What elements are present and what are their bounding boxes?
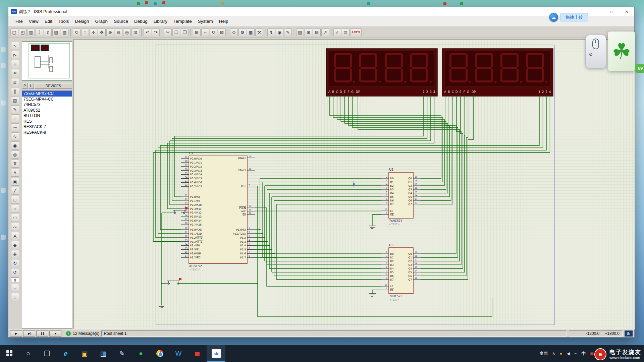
paste-icon[interactable]: ❐: [181, 28, 189, 36]
toggle-grid-icon[interactable]: ∷: [81, 28, 89, 36]
device-pin-mode-icon[interactable]: ⊸: [11, 123, 19, 131]
volume-icon[interactable]: ◀: [567, 351, 570, 356]
taskbar-start-icon[interactable]: [0, 345, 19, 362]
2d-line-mode-icon[interactable]: ╱: [11, 187, 19, 195]
pick-device-icon[interactable]: ⊙: [230, 28, 238, 36]
sim-step-button[interactable]: ▶|: [23, 330, 35, 337]
menu-source[interactable]: Source: [111, 17, 131, 25]
wire-rst[interactable]: [255, 186, 258, 284]
wire-autorouter-icon[interactable]: ↯: [267, 28, 275, 36]
desktop-icon[interactable]: [137, 2, 140, 5]
pan-icon[interactable]: ✥: [98, 28, 106, 36]
instant-edit-mode-icon[interactable]: ✎: [11, 105, 19, 113]
drag-upload-button[interactable]: 拖拽上传: [560, 13, 588, 21]
rotate-clockwise-icon[interactable]: ↻: [11, 259, 19, 267]
toggle-origin-icon[interactable]: ✛: [90, 28, 97, 36]
ground-symbol[interactable]: [369, 226, 376, 229]
gear-icon[interactable]: ⚙: [589, 52, 593, 57]
chip-u1[interactable]: U1AT89C52<TEXT>39P0.0/AD038P0.1/AD137P0.…: [181, 151, 255, 271]
desktop-icon[interactable]: [145, 1, 148, 4]
virtual-instruments-mode-icon[interactable]: ▣: [11, 178, 19, 186]
tape-recorder-mode-icon[interactable]: ◉: [11, 141, 19, 149]
network-icon[interactable]: ⌁: [574, 351, 577, 356]
redo-icon[interactable]: ↷: [152, 28, 160, 36]
2d-marker-mode-icon[interactable]: ✚: [11, 250, 19, 258]
desktop-icon[interactable]: [1, 47, 6, 52]
accelerator-widget[interactable]: ⚙ ◦: [585, 35, 606, 68]
menu-edit[interactable]: Edit: [42, 17, 55, 25]
2d-path-mode-icon[interactable]: ∾: [11, 223, 19, 231]
seven-seg-display[interactable]: ABCDEFGDP1234: [442, 49, 553, 96]
wire[interactable]: [372, 290, 381, 294]
taskbar-chrome-icon[interactable]: [150, 345, 169, 362]
y-mirror-icon[interactable]: ↕: [11, 293, 19, 301]
voltage-probe-mode-icon[interactable]: ∇: [11, 160, 19, 168]
print-icon[interactable]: ▤: [52, 28, 60, 36]
taskbar-store-icon[interactable]: ▥: [94, 345, 113, 362]
menu-view[interactable]: View: [26, 17, 42, 25]
wire-q2-1[interactable]: [333, 96, 443, 182]
clover-widget[interactable]: ☘: [608, 32, 635, 71]
taskbar-app-red-icon[interactable]: ◼: [188, 345, 207, 362]
wire-bottom-rail[interactable]: [258, 284, 492, 317]
taskbar-file-explorer-icon[interactable]: ▣: [75, 345, 94, 362]
block-delete-icon[interactable]: ⊠: [218, 28, 226, 36]
block-move-icon[interactable]: ⇔: [201, 28, 209, 36]
schematic-drawing[interactable]: ABCDEFGDP1234ABCDEFGDP1234U1AT89C52<TEXT…: [74, 40, 635, 330]
cut-icon[interactable]: ✂: [164, 28, 172, 36]
subcircuit-mode-icon[interactable]: ▧: [11, 96, 19, 104]
menu-tools[interactable]: Tools: [55, 17, 72, 25]
new-design-icon[interactable]: ▢: [10, 28, 18, 36]
junction-dot-mode-icon[interactable]: ✛: [11, 60, 19, 68]
graph-mode-icon[interactable]: ∿: [11, 132, 19, 140]
block-rotate-icon[interactable]: ↻: [210, 28, 217, 36]
zoom-in-icon[interactable]: ⊕: [106, 28, 114, 36]
bus-mode-icon[interactable]: ∥: [11, 87, 19, 95]
chip-u2[interactable]: U274HC573<TEXT>2D03D14D25D36D47D58D69D71…: [381, 168, 421, 226]
rotate-anticlockwise-icon[interactable]: ↺: [11, 268, 19, 276]
intersheet-terminal-mode-icon[interactable]: ⊥: [11, 114, 19, 122]
desktop-icon[interactable]: [221, 2, 224, 5]
maximize-button[interactable]: □: [604, 7, 619, 16]
remove-sheet-icon[interactable]: ⊟: [313, 28, 321, 36]
selection-mode-icon[interactable]: ↖: [11, 42, 19, 50]
property-assignment-icon[interactable]: ✎: [284, 28, 292, 36]
menu-file[interactable]: File: [12, 17, 26, 25]
search-tag-icon[interactable]: ◉: [276, 28, 283, 36]
undo-icon[interactable]: ↶: [144, 28, 151, 36]
menu-template[interactable]: Template: [170, 17, 195, 25]
zoom-all-icon[interactable]: ◎: [123, 28, 131, 36]
ground-symbol[interactable]: [369, 294, 376, 296]
wire[interactable]: [372, 215, 381, 226]
taskbar-task-view-icon[interactable]: ❐: [38, 345, 56, 362]
save-design-icon[interactable]: ▥: [27, 28, 35, 36]
tray-app-orange[interactable]: ●: [560, 351, 562, 356]
sim-stop-button[interactable]: ■: [49, 330, 61, 337]
chip-u3[interactable]: U374HC573<TEXT>2D03D14D25D36D47D58D69D71…: [381, 243, 421, 301]
desktop-icon[interactable]: [460, 2, 463, 5]
mark-output-area-icon[interactable]: ▧: [61, 28, 68, 36]
device-item[interactable]: RESPACK-8: [22, 130, 72, 135]
packaging-tool-icon[interactable]: ▦: [247, 28, 255, 36]
device-item[interactable]: AT89C52: [22, 108, 72, 113]
electrical-rule-check-icon[interactable]: ✓: [333, 28, 341, 36]
preview-thumbnail[interactable]: [22, 41, 72, 81]
goto-sheet-icon[interactable]: ↗: [321, 28, 329, 36]
tray-caret[interactable]: ∧: [552, 351, 555, 356]
ime-indicator[interactable]: 中: [581, 351, 586, 357]
desktop-icon[interactable]: [1, 63, 6, 68]
taskbar-app-green-icon[interactable]: ●: [131, 345, 150, 362]
2d-arc-mode-icon[interactable]: ◠: [11, 214, 19, 222]
desktop-icon[interactable]: [1, 101, 6, 106]
title-bar[interactable]: isis 训练2 - ISIS Professional — □ ✕: [8, 7, 634, 16]
seven-seg-display[interactable]: ABCDEFGDP1234: [326, 49, 437, 96]
new-sheet-icon[interactable]: ⊞: [305, 28, 312, 36]
menu-graph[interactable]: Graph: [92, 17, 111, 25]
block-copy-icon[interactable]: ⊞: [193, 28, 201, 36]
menu-library[interactable]: Library: [151, 17, 170, 25]
sim-pause-button[interactable]: ❙❙: [36, 330, 48, 337]
notification-badge[interactable]: 69: [635, 64, 644, 73]
design-explorer-icon[interactable]: ▤: [296, 28, 304, 36]
2d-text-mode-icon[interactable]: A: [11, 232, 19, 240]
desktop-icon[interactable]: [154, 2, 157, 5]
